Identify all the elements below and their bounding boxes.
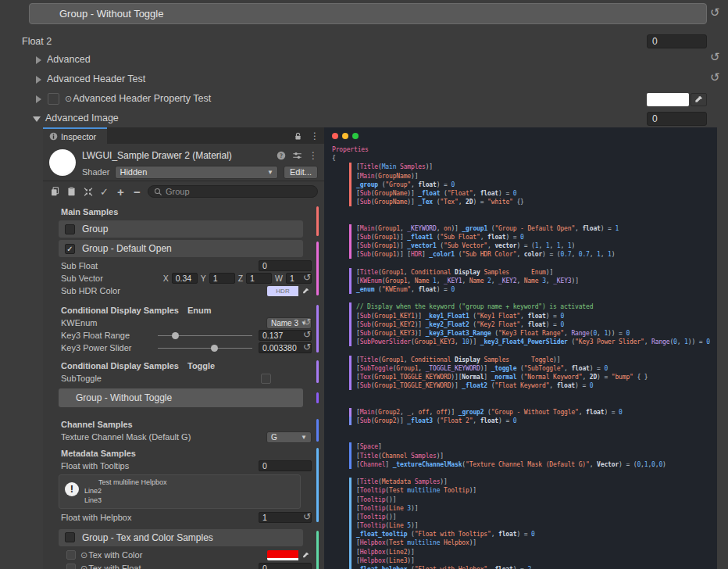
advanced-header-property-test-checkbox[interactable]: [48, 93, 59, 105]
helpbox-line: Line3: [84, 496, 295, 505]
code-line: [Helpbox(Line3)]: [349, 556, 717, 565]
accent-bar: [316, 305, 319, 352]
code-line: [Sub(Group1_KEY3)] _key3_Float3_Range ("…: [349, 329, 717, 338]
search-input[interactable]: Group: [148, 185, 318, 198]
tab-inspector[interactable]: Inspector: [43, 127, 107, 144]
collapse-all-icon[interactable]: [82, 186, 94, 198]
copy-icon[interactable]: [49, 186, 61, 198]
group-header-label: Group - Without Toggle: [59, 8, 163, 20]
group-foldout-header[interactable]: Group: [59, 220, 303, 238]
group-without-toggle-foldout-header[interactable]: Group - Without Toggle: [59, 388, 303, 407]
float2-label: Float 2: [22, 36, 52, 47]
help-icon[interactable]: ?: [277, 151, 286, 160]
hdr-color-swatch[interactable]: HDR: [267, 286, 298, 296]
material-preview-sphere[interactable]: [49, 149, 76, 176]
accent-bar: [316, 206, 319, 236]
float-with-tooltips-field[interactable]: 0: [259, 460, 312, 471]
advanced-foldout-arrow-icon[interactable]: [36, 56, 41, 64]
slider-thumb[interactable]: [211, 345, 218, 352]
section-main-samples: Main Samples Group: [43, 205, 324, 238]
code-line: [Sub(Group1)] _vector1 ("Sub Vector", ve…: [349, 242, 717, 250]
shader-dropdown[interactable]: Hidden ▼: [115, 166, 277, 179]
code-line: [Sub(Group1)] [HDR] _color1 ("Sub HDR Co…: [349, 250, 717, 259]
advanced-header-test-foldout-arrow-icon[interactable]: [36, 76, 41, 84]
group-without-toggle-header-bar[interactable]: Group - Without Toggle: [29, 3, 707, 24]
revert-icon[interactable]: ↺: [303, 273, 311, 282]
key3-float-range-slider[interactable]: [158, 330, 252, 341]
kebab-menu-icon[interactable]: ⋮: [310, 131, 319, 141]
texture-thumbnail[interactable]: [66, 564, 76, 569]
group-default-open-label: Group - Default Open: [82, 243, 172, 254]
revert-icon[interactable]: ↺: [303, 330, 311, 339]
add-icon[interactable]: +: [115, 186, 127, 198]
advanced-header-property-test-foldout-arrow-icon[interactable]: [36, 95, 41, 103]
code-line: _float_tooltip ("Float with Tooltips", f…: [349, 530, 717, 539]
code-line: [Sub(Group1_TOGGLE_KEYWORD)] _float2 ("F…: [349, 381, 717, 390]
slider-thumb[interactable]: [172, 332, 179, 339]
axis-w-label: W: [275, 274, 283, 283]
close-window-dot[interactable]: [332, 133, 338, 139]
key3-float-range-label: Key3 Float Range: [61, 331, 156, 340]
checkmark-icon[interactable]: ✓: [98, 186, 110, 198]
sub-hdr-color-row: Sub HDR Color HDR: [43, 284, 312, 297]
code-line: [Channel] _textureChannelMask("Texture C…: [349, 460, 717, 469]
revert-icon[interactable]: ↺: [303, 317, 311, 327]
key3-power-slider[interactable]: [158, 342, 252, 353]
sub-vector-y-field[interactable]: 1: [209, 273, 235, 284]
subtoggle-label: SubToggle: [61, 374, 261, 383]
sub-vector-x-field[interactable]: 0.34: [172, 273, 198, 284]
revert-icon[interactable]: ↺: [710, 72, 720, 84]
material-title: LWGUI_Sample Drawer 2 (Material): [82, 150, 277, 161]
revert-icon[interactable]: ↺: [303, 512, 311, 521]
group-default-open-checkbox[interactable]: ✓: [65, 244, 75, 254]
revert-icon[interactable]: ↺: [710, 52, 720, 63]
red-color-swatch[interactable]: [267, 550, 298, 560]
code-line: [Title(Metadata Samples)]: [349, 478, 717, 486]
section-header: Conditional Display Samples Toggle: [43, 359, 312, 372]
lock-icon[interactable]: [294, 131, 302, 141]
code-line: [Main(Group1, _KEYWORD, on)] _group1 ("G…: [349, 224, 717, 233]
revert-icon[interactable]: ↺: [303, 342, 311, 352]
color-swatch-white[interactable]: [647, 93, 689, 106]
eyedropper-button[interactable]: [299, 286, 312, 296]
material-toolbar: ✓ + − Group: [43, 181, 324, 202]
revert-icon[interactable]: ↺: [710, 7, 720, 19]
code-line: [Main(GroupName)]: [349, 172, 717, 181]
code-line: [Helpbox(Test multiline Helpbox)]: [349, 539, 717, 547]
group-checkbox[interactable]: [65, 224, 75, 234]
eyedropper-button[interactable]: [299, 550, 312, 560]
group-foldout-label: Group: [82, 224, 108, 234]
eyedropper-button[interactable]: [691, 93, 707, 106]
section-header: Metadata Samples: [43, 446, 312, 460]
shader-code-editor[interactable]: Properties{[Title(Main Samples)][Main(Gr…: [324, 127, 717, 569]
code-line: [Title(Group1, Conditional Display Sampl…: [349, 268, 717, 277]
helpbox: ! Test multiline Helpbox Line2 Line3: [59, 474, 301, 509]
float2-field[interactable]: 0: [647, 34, 707, 48]
subtoggle-checkbox[interactable]: [261, 374, 271, 384]
sub-vector-z-field[interactable]: 1: [246, 273, 272, 284]
advanced-image-foldout-arrow-icon[interactable]: [33, 116, 41, 122]
minimize-window-dot[interactable]: [342, 133, 348, 139]
code-line: [Main(Group2, _, off, off)] _group2 ("Gr…: [349, 408, 717, 417]
texture-thumbnail[interactable]: [66, 550, 76, 560]
group-tex-color-foldout-header[interactable]: Group - Tex and Color Samples: [59, 529, 303, 546]
accent-bar: [316, 448, 319, 522]
group-default-open-foldout-header[interactable]: ✓ Group - Default Open: [59, 240, 303, 257]
sub-float-field[interactable]: 0: [259, 260, 312, 271]
remove-icon[interactable]: −: [131, 186, 143, 198]
tex-with-float-field[interactable]: 0: [259, 563, 312, 569]
maximize-window-dot[interactable]: [352, 133, 359, 139]
edit-shader-button[interactable]: Edit...: [284, 166, 318, 179]
paste-icon[interactable]: [66, 186, 77, 198]
tex-with-float-label: ⊙Tex with Float: [80, 564, 259, 569]
chevron-down-icon: ▼: [267, 169, 273, 176]
preset-icon[interactable]: [292, 151, 302, 160]
sub-vector-row: Sub Vector X 0.34 Y 1 Z 1 W 1 ↺: [43, 272, 312, 284]
accent-bar: [316, 392, 319, 403]
texture-channel-mask-dropdown[interactable]: G▼: [266, 431, 312, 443]
code-line: _enum ("KWEnum", float) = 0: [349, 285, 717, 294]
kebab-menu-icon[interactable]: ⋮: [309, 151, 318, 160]
advanced-image-field[interactable]: 0: [647, 112, 707, 126]
group-tex-color-checkbox[interactable]: [65, 532, 75, 542]
float-with-helpbox-label: Float with Helpbox: [61, 513, 259, 522]
